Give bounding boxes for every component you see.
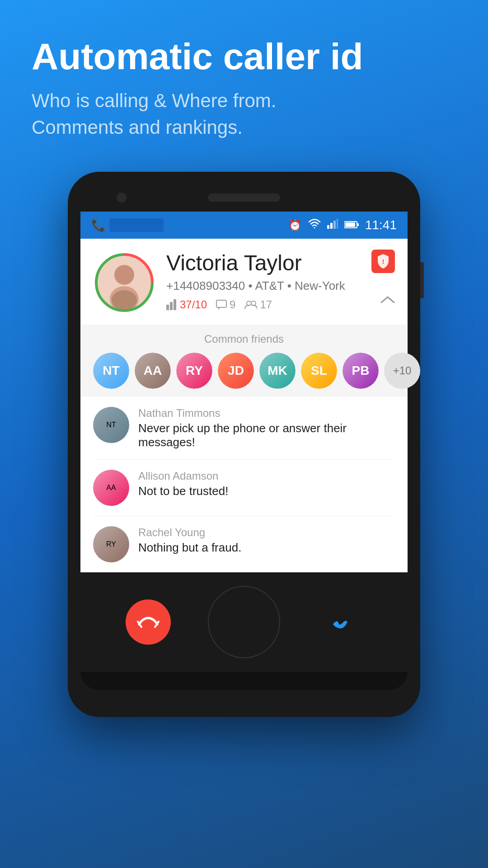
- phone-screen-bottom: [80, 572, 408, 672]
- call-status-icon: 📞: [91, 218, 106, 232]
- svg-rect-13: [166, 305, 169, 310]
- users-icon: [244, 300, 257, 310]
- comment-body-3: Nothing but a fraud.: [138, 541, 241, 555]
- comment-item-2: AA Allison Adamson Not to be trusted!: [93, 460, 395, 516]
- comments-section: NT Nathan Timmons Never pick up the phon…: [80, 397, 408, 572]
- battery-icon: [344, 219, 359, 231]
- avatar-ring-svg: [93, 251, 155, 314]
- status-bar: 📞 ⏰: [80, 212, 408, 239]
- rating-stat: 37/10: [166, 298, 207, 311]
- phone-device: 📞 ⏰: [68, 172, 420, 717]
- caller-card: Victoria Taylor +14408903340 • AT&T • Ne…: [80, 239, 408, 572]
- call-duration-bar: [109, 218, 164, 232]
- more-friends-button[interactable]: +10: [384, 353, 420, 389]
- status-time: 11:41: [365, 218, 397, 232]
- friend-avatar-3[interactable]: RY: [176, 353, 212, 389]
- svg-point-8: [114, 265, 134, 285]
- comment-item-3: RY Rachel Young Nothing but a fraud.: [93, 516, 395, 572]
- friend-avatar-1[interactable]: NT: [93, 353, 129, 389]
- caller-avatar-wrap: [93, 251, 155, 316]
- comment-icon: [216, 300, 227, 310]
- rating-bar-icon: [166, 299, 177, 310]
- app-subtext: Who is calling & Where from. Comments an…: [32, 88, 456, 141]
- shield-icon: !: [376, 253, 390, 269]
- phone-side-button: [420, 262, 424, 298]
- svg-rect-16: [216, 300, 226, 307]
- accept-icon: [328, 611, 351, 633]
- comment-avatar-3: RY: [93, 526, 129, 562]
- friend-avatar-6[interactable]: SL: [301, 353, 337, 389]
- svg-point-10: [112, 290, 137, 310]
- svg-rect-6: [357, 223, 359, 226]
- decline-call-button[interactable]: [126, 599, 171, 645]
- friend-avatar-5[interactable]: MK: [259, 353, 296, 389]
- svg-rect-5: [345, 222, 355, 227]
- phone-speaker: [208, 193, 280, 202]
- decline-icon: [137, 615, 160, 629]
- comment-body-1: Never pick up the phone or answer their …: [138, 421, 395, 449]
- comment-body-2: Not to be trusted!: [138, 484, 228, 498]
- common-friends-section: Common friends NT AA RY JD MK: [80, 325, 408, 397]
- phone-top-bar: [80, 185, 408, 212]
- friend-avatar-7[interactable]: PB: [343, 353, 379, 389]
- friend-avatar-4[interactable]: JD: [218, 353, 254, 389]
- friend-avatar-2[interactable]: AA: [135, 353, 171, 389]
- comment-author-1: Nathan Timmons: [138, 407, 395, 420]
- collapse-chevron[interactable]: [380, 289, 395, 308]
- comment-author-3: Rachel Young: [138, 526, 241, 539]
- caller-meta: +14408903340 • AT&T • New-York: [166, 279, 395, 293]
- svg-text:!: !: [382, 258, 385, 265]
- comments-stat: 9: [216, 298, 235, 311]
- svg-rect-0: [327, 225, 329, 229]
- comment-author-2: Allison Adamson: [138, 470, 228, 482]
- common-friends-label: Common friends: [93, 333, 395, 345]
- shield-icon-wrap: !: [371, 250, 395, 273]
- caller-details: Victoria Taylor +14408903340 • AT&T • Ne…: [166, 251, 395, 311]
- phone-bottom-bar: [80, 672, 408, 690]
- comment-item-1: NT Nathan Timmons Never pick up the phon…: [93, 397, 395, 460]
- friends-row: NT AA RY JD MK SL: [93, 353, 395, 389]
- comment-avatar-2: AA: [93, 470, 129, 506]
- users-stat: 17: [244, 298, 272, 311]
- svg-rect-14: [170, 302, 173, 310]
- svg-rect-1: [330, 223, 333, 229]
- alarm-icon: ⏰: [288, 219, 302, 231]
- caller-stats: 37/10 9: [166, 298, 395, 311]
- wifi-icon: [308, 219, 321, 231]
- comment-avatar-1: NT: [93, 407, 129, 443]
- caller-name: Victoria Taylor: [166, 251, 395, 275]
- app-headline: Automatic caller id: [32, 36, 456, 77]
- svg-rect-3: [337, 219, 338, 229]
- signal-icon: [327, 219, 338, 231]
- accept-call-button[interactable]: [317, 599, 362, 645]
- phone-camera: [117, 193, 127, 203]
- svg-rect-2: [333, 221, 336, 229]
- home-ring: [208, 586, 280, 658]
- svg-rect-15: [174, 299, 176, 310]
